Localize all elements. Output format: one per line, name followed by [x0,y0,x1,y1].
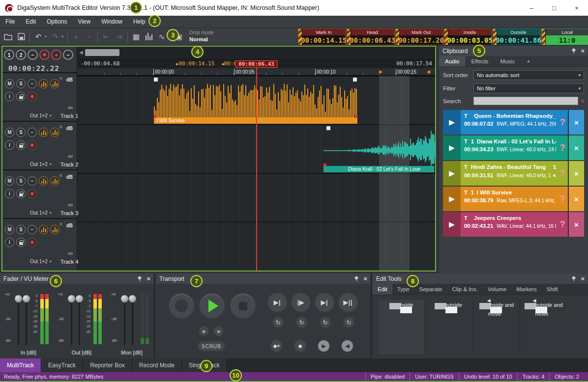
drop-mode-selector[interactable]: Drop mode Normal [185,30,217,43]
clip-edge-handle[interactable] [323,164,326,166]
cut-outside-and-move-button[interactable]: ◀ Cut outside and move [520,300,565,354]
output-routing-select[interactable]: Out 1+2▾ [30,259,52,264]
clip-label-track-2[interactable]: Diana Krall - 02 Let's Fall In Love [323,166,434,172]
info-question-icon[interactable]: ? [557,212,568,237]
automation-button[interactable] [50,225,59,234]
remove-icon[interactable]: − [83,30,95,43]
play-button[interactable] [198,292,226,320]
menu-window[interactable]: Window [96,16,128,27]
step-forward-button[interactable]: » [213,326,224,337]
minimize-track-button[interactable]: − [28,225,37,234]
minimize-button[interactable]: – [520,0,543,16]
mute-button[interactable]: M [5,176,14,186]
tab-shift[interactable]: Shift [542,284,563,295]
mark-in-marker-icon[interactable]: ▶ [379,69,382,74]
fader-knob[interactable] [129,295,136,302]
snap-right-icon[interactable]: ⇥ [113,30,125,43]
clip-edge-handle[interactable] [154,115,157,118]
info-button[interactable]: i [5,140,14,150]
loop-button[interactable]: ↻ [295,316,308,328]
cut-inside-and-move-button[interactable]: ◀ Cut inside and move [473,300,518,354]
nudge-forward-button[interactable]: ▶ [317,339,330,353]
title-toggle-button[interactable]: T [464,190,468,195]
automation-button[interactable] [50,176,59,186]
play-button[interactable]: ▶ [443,136,461,160]
tab-easytrack[interactable]: EasyTrack [41,358,83,372]
clipboard-item[interactable]: ▶ THindi Zahra - Beautiful Tang1 00:04:3… [443,161,584,186]
preset-2-button[interactable]: 2 [16,50,26,60]
title-toggle-button[interactable]: T [464,164,468,170]
zoom-out-button[interactable]: − [63,50,73,60]
preset-1-button[interactable]: 1 [4,50,14,60]
close-button[interactable]: × [565,0,588,16]
close-panel-icon[interactable]: × [581,275,585,282]
menu-edit[interactable]: Edit [20,16,41,27]
undo-dropdown-icon[interactable]: ▾ [45,34,49,39]
marker-button[interactable]: ◆ [294,339,307,353]
pin-icon[interactable] [354,276,359,281]
record-arm-button[interactable] [28,238,37,247]
meter-mode-button[interactable] [39,128,48,137]
pin-icon[interactable] [571,276,577,281]
mark-out-marker-icon[interactable]: ◀ [427,69,430,74]
tab-markers[interactable]: Markers [511,284,542,295]
record-button[interactable] [168,292,195,320]
output-routing-select[interactable]: Out 1+2▾ [30,113,52,118]
menu-view[interactable]: View [72,16,96,27]
remove-item-button[interactable]: × [568,136,584,160]
clipboard-item[interactable]: ▶ T1Diana Krall - 02 Let's Fall In Lo 00… [443,136,584,160]
tab-record-mode[interactable]: Record Mode [132,358,182,372]
waveform-icon[interactable]: ∿ [155,30,168,43]
mute-button[interactable]: M [5,128,14,137]
title-toggle-button[interactable]: T [464,113,468,119]
solo-button[interactable]: S [16,79,26,88]
lock-button[interactable] [16,189,26,198]
automation-button[interactable] [50,128,59,137]
cut-outside-button[interactable]: Cut outside [426,300,471,354]
clipboard-item[interactable]: ▶ T1I Will Survive 00:00:38.79Raw, MPEG-… [443,187,584,211]
mark-out-field[interactable]: Mark Out 00:00:17.20 [395,28,443,45]
info-button[interactable]: i [5,238,14,247]
grid-view-icon[interactable]: ▦ [130,30,143,43]
undo-icon[interactable]: ↶ [32,30,45,43]
clip-handle[interactable] [154,78,158,82]
loop-button[interactable]: ↻ [319,316,331,328]
sort-order-select[interactable]: No automatic sort▾ [473,70,584,80]
tab-audio[interactable]: Audio [439,56,465,66]
play-to-mark-button[interactable]: ▶| [267,292,288,313]
collapse-button[interactable]: − [28,50,38,60]
solo-button[interactable]: S [16,128,26,137]
clipboard-item[interactable]: ▶ TJeepers Creepers 00:02:43.21WAV, Line… [443,212,584,237]
fader-slider[interactable] [71,295,72,345]
title-toggle-button[interactable]: T [464,215,468,221]
tab-reporter-box[interactable]: Reporter Box [83,358,132,372]
tab-music[interactable]: Music [494,56,521,66]
scroll-left-icon[interactable]: ◀ [79,50,83,55]
pin-icon[interactable] [137,276,143,281]
meter-mode-button[interactable] [39,79,48,88]
save-icon[interactable] [15,30,28,43]
play-from-mark-button[interactable]: |▶ [291,292,311,313]
cut-inside-button[interactable]: Cut inside [379,300,424,354]
automation-button[interactable] [50,79,59,88]
fader-slider[interactable] [26,295,27,345]
tab-volume[interactable]: Volume [483,284,511,295]
lock-button[interactable] [16,92,26,101]
tab-multitrack[interactable]: MultiTrack [0,358,41,372]
solo-button[interactable]: S [16,225,26,234]
fader-slider[interactable] [132,295,133,345]
collapse-icon[interactable]: « [551,172,556,179]
add-icon[interactable]: + [70,30,83,43]
tab-clip-ins[interactable]: Clip & Ins. [447,284,482,295]
meter-bars-icon[interactable] [143,30,155,43]
info-question-icon[interactable]: ? [557,136,568,160]
fader-knob[interactable] [121,295,128,302]
meter-mode-button[interactable] [39,176,48,186]
info-button[interactable]: i [5,92,14,101]
minimize-track-button[interactable]: − [28,79,37,88]
loop-button[interactable]: ↻ [272,316,284,328]
step-back-button[interactable]: « [198,326,209,337]
redo-dropdown-icon[interactable]: ▾ [61,34,65,39]
remove-item-button[interactable]: × [568,212,584,237]
fader-knob[interactable] [68,295,75,302]
